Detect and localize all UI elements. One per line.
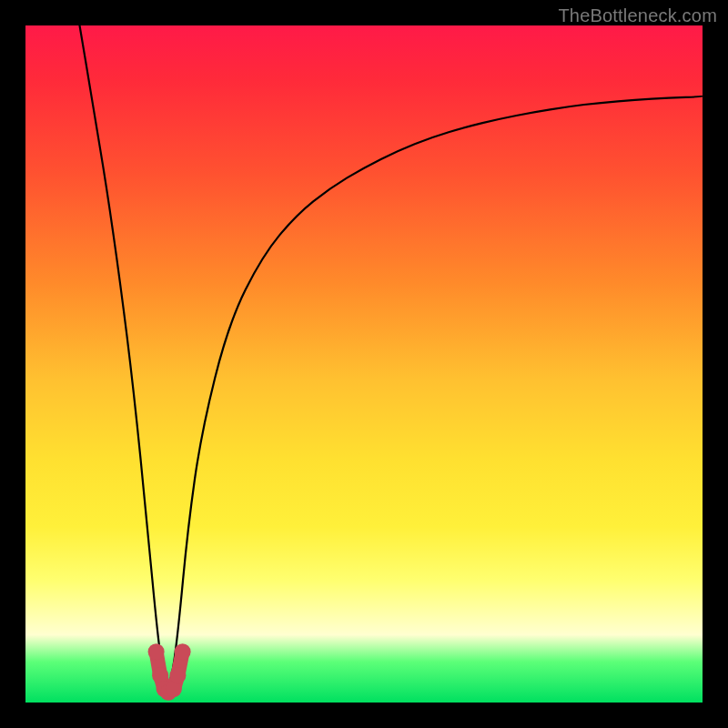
minimum-dot (148, 643, 165, 660)
minimum-dot (175, 643, 191, 660)
watermark-text: TheBottleneck.com (558, 5, 717, 26)
bottleneck-curve (80, 25, 703, 682)
minimum-dot (169, 667, 186, 683)
chart-frame: TheBottleneck.com (0, 0, 728, 728)
plot-area (25, 25, 703, 703)
chart-svg (25, 25, 703, 703)
minimum-marker (148, 643, 191, 701)
